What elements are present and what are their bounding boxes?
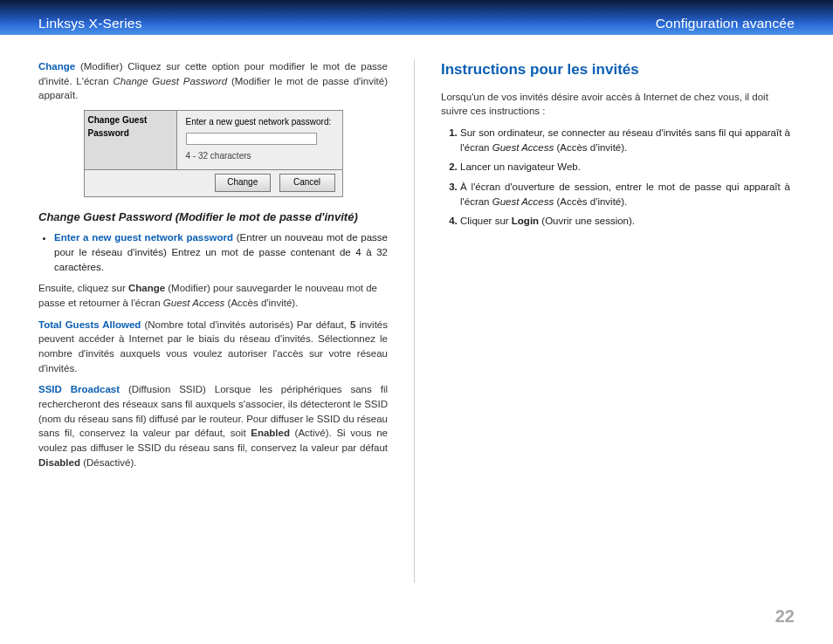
indent-tail: (Accès d'invité).	[224, 298, 298, 308]
page-header: Linksys X-Series Configuration avancée	[0, 0, 833, 35]
content-columns: Change (Modifier) Cliquez sur cette opti…	[0, 35, 833, 593]
change-intro-em: Change Guest Password	[113, 76, 227, 86]
change-password-subheading: Change Guest Password (Modifier le mot d…	[38, 209, 388, 226]
right-column: Instructions pour les invités Lorsqu'un …	[441, 59, 790, 593]
ssid-c: (Désactivé).	[80, 457, 137, 468]
bullet-list: Enter a new guest network password (Entr…	[38, 230, 388, 274]
dialog-side-label: Change Guest Password	[85, 111, 177, 169]
dialog-buttons: Change Cancel	[85, 169, 342, 196]
indent-followup: Ensuite, cliquez sur Change (Modifier) p…	[38, 281, 388, 310]
indent-em: Guest Access	[163, 298, 225, 308]
dialog-prompt: Enter a new guest network password:	[186, 116, 334, 129]
header-left: Linksys X-Series	[38, 16, 142, 31]
change-label: Change	[38, 61, 75, 72]
header-right: Configuration avancée	[656, 16, 795, 31]
indent-strong: Change	[128, 283, 165, 293]
instruction-3: À l'écran d'ouverture de session, entrer…	[460, 180, 790, 209]
column-separator	[414, 59, 415, 583]
dialog-body: Enter a new guest network password: 4 - …	[177, 111, 342, 169]
total-guests-label: Total Guests Allowed	[38, 319, 141, 330]
li3-em: Guest Access	[492, 196, 554, 207]
page-number: 22	[775, 606, 795, 627]
instruction-1: Sur son ordinateur, se connecter au rése…	[460, 126, 790, 154]
instructions-intro: Lorsqu'un de vos invités désire avoir ac…	[441, 90, 790, 119]
cancel-button[interactable]: Cancel	[279, 174, 335, 192]
total-guests-paragraph: Total Guests Allowed (Nombre total d'inv…	[38, 318, 388, 376]
change-button[interactable]: Change	[215, 174, 271, 192]
total-guests-a: (Nombre total d'invités autorisés) Par d…	[141, 319, 350, 330]
li4-a: Cliquer sur	[460, 216, 512, 226]
dialog-row: Change Guest Password Enter a new guest …	[85, 111, 342, 169]
password-input[interactable]	[186, 133, 317, 145]
dialog-hint: 4 - 32 characters	[186, 150, 334, 163]
ssid-enabled: Enabled	[251, 428, 290, 438]
document-page: Linksys X-Series Configuration avancée C…	[0, 0, 833, 644]
instructions-list: Sur son ordinateur, se connecter au rése…	[441, 126, 790, 229]
li1-em: Guest Access	[492, 142, 554, 153]
instructions-heading: Instructions pour les invités	[441, 59, 790, 81]
ssid-paragraph: SSID Broadcast (Diffusion SSID) Lorsque …	[38, 382, 388, 469]
li3-b: (Accès d'invité).	[554, 196, 627, 207]
bullet-label: Enter a new guest network password	[54, 232, 233, 243]
instruction-4: Cliquer sur Login (Ouvrir une session).	[460, 214, 790, 229]
ssid-label: SSID Broadcast	[38, 384, 120, 394]
indent-pre: Ensuite, cliquez sur	[38, 283, 128, 293]
li4-b: (Ouvrir une session).	[539, 216, 635, 226]
li1-b: (Accès d'invité).	[554, 142, 627, 153]
li4-strong: Login	[512, 216, 539, 226]
ssid-disabled: Disabled	[38, 457, 80, 468]
change-intro-paragraph: Change (Modifier) Cliquez sur cette opti…	[38, 59, 388, 103]
bullet-item: Enter a new guest network password (Entr…	[54, 230, 388, 274]
left-column: Change (Modifier) Cliquez sur cette opti…	[38, 59, 388, 593]
instruction-2: Lancer un navigateur Web.	[460, 160, 790, 175]
change-password-dialog: Change Guest Password Enter a new guest …	[84, 110, 343, 197]
